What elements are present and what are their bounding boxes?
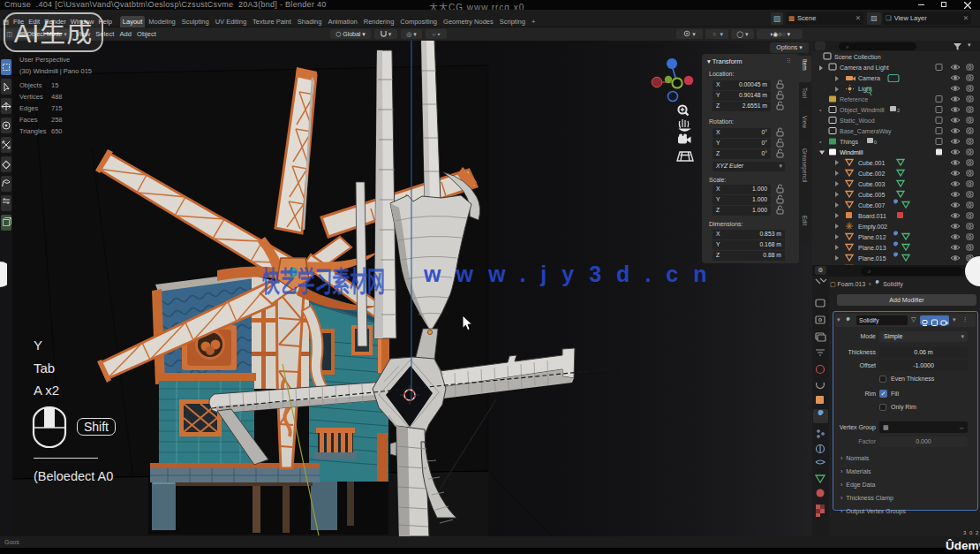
svg-text:Board.011: Board.011 — [858, 213, 886, 219]
svg-text:Scene Collection: Scene Collection — [834, 54, 881, 60]
svg-text:Reference: Reference — [840, 96, 868, 102]
svg-text:Empty.002: Empty.002 — [858, 224, 887, 231]
svg-text:Base_CameraWay: Base_CameraWay — [840, 128, 892, 135]
svg-text:Cube.002: Cube.002 — [858, 171, 885, 177]
svg-text:Cube.005: Cube.005 — [858, 192, 885, 198]
svg-text:Cube.001: Cube.001 — [858, 160, 885, 166]
svg-text:Plane.015: Plane.015 — [858, 255, 886, 262]
svg-text:Light: Light — [858, 86, 871, 93]
svg-text:Camera and Light: Camera and Light — [840, 65, 889, 72]
svg-text:Windmill: Windmill — [840, 149, 863, 156]
svg-text:Plane.013: Plane.013 — [858, 245, 886, 251]
svg-text:Object_Windmill: Object_Windmill — [840, 107, 885, 114]
svg-text:0: 0 — [874, 140, 877, 145]
svg-text:2: 2 — [897, 108, 900, 113]
svg-text:•: • — [819, 107, 822, 113]
svg-text:Cube.007: Cube.007 — [858, 202, 885, 209]
svg-text:Things: Things — [840, 139, 859, 146]
svg-text:Plane.012: Plane.012 — [858, 234, 886, 240]
svg-text:•: • — [819, 139, 822, 145]
svg-text:Static_Wood: Static_Wood — [840, 118, 875, 125]
svg-text:Camera: Camera — [858, 75, 880, 81]
svg-text:Cube.003: Cube.003 — [858, 181, 885, 187]
